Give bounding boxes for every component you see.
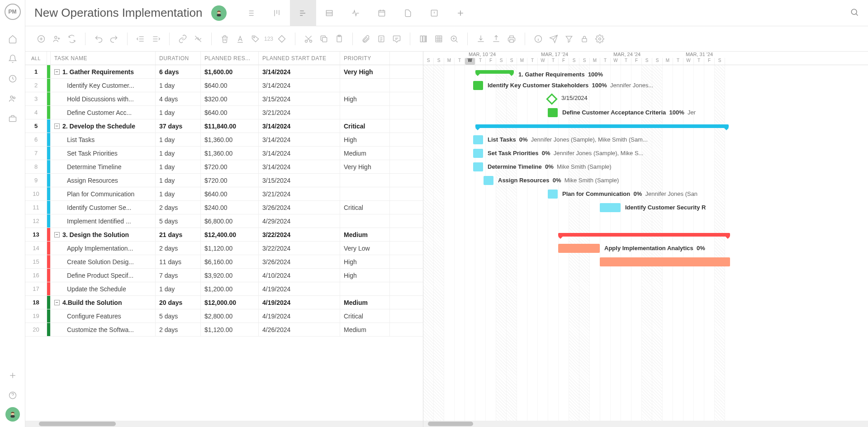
gantt-bar[interactable]: Identify Customer Security R bbox=[600, 203, 621, 212]
gantt-bar[interactable] bbox=[475, 124, 729, 128]
board-view-tab[interactable] bbox=[264, 0, 290, 26]
add-icon[interactable] bbox=[5, 367, 21, 384]
zoom-icon[interactable] bbox=[447, 32, 461, 46]
delete-icon[interactable] bbox=[218, 32, 232, 46]
undo-icon[interactable] bbox=[92, 32, 105, 46]
app-logo[interactable]: PM bbox=[5, 4, 21, 20]
col-header-name[interactable]: TASK NAME bbox=[51, 52, 156, 65]
task-row[interactable]: 3Hold Discussions with...4 days$320.003/… bbox=[25, 92, 423, 106]
task-row[interactable]: 5−2. Develop the Schedule37 days$11,840.… bbox=[25, 119, 423, 133]
add-task-icon[interactable] bbox=[34, 32, 48, 46]
refresh-icon[interactable] bbox=[65, 32, 79, 46]
milestone-marker[interactable] bbox=[546, 93, 557, 104]
task-row[interactable]: 16Define Product Specif...7 days$3,920.0… bbox=[25, 269, 423, 282]
text-format-icon[interactable] bbox=[233, 32, 247, 46]
team-icon[interactable] bbox=[5, 90, 21, 107]
grid-scrollbar[interactable] bbox=[25, 421, 423, 427]
export-icon[interactable] bbox=[489, 32, 503, 46]
settings-icon[interactable] bbox=[593, 32, 607, 46]
user-avatar-small[interactable] bbox=[5, 407, 20, 422]
task-row[interactable]: 15Create Solution Desig...11 days$6,160.… bbox=[25, 255, 423, 269]
col-header-duration[interactable]: DURATION bbox=[156, 52, 201, 65]
gantt-bar[interactable]: Determine Timeline 0% Mike Smith (Sample… bbox=[473, 162, 483, 171]
gantt-scrollbar[interactable] bbox=[423, 421, 868, 427]
gantt-bar[interactable]: Plan for Communication 0% Jennifer Jones… bbox=[548, 190, 558, 199]
task-row[interactable]: 4Define Customer Acc...1 day$640.003/21/… bbox=[25, 106, 423, 119]
search-icon[interactable] bbox=[850, 8, 859, 18]
briefcase-icon[interactable] bbox=[5, 110, 21, 127]
recent-icon[interactable] bbox=[5, 71, 21, 87]
info-icon[interactable] bbox=[531, 32, 545, 46]
link-icon[interactable] bbox=[176, 32, 190, 46]
files-view-tab[interactable] bbox=[395, 0, 421, 26]
calendar-view-tab[interactable] bbox=[369, 0, 395, 26]
task-row[interactable]: 11Identify Customer Se...2 days$240.003/… bbox=[25, 201, 423, 214]
svg-point-30 bbox=[599, 38, 601, 40]
task-row[interactable]: 2Identify Key Customer...1 day$640.003/1… bbox=[25, 79, 423, 92]
grid-icon[interactable] bbox=[432, 32, 446, 46]
home-icon[interactable] bbox=[5, 31, 21, 47]
gantt-bar[interactable]: Define Customer Acceptance Criteria 100%… bbox=[548, 108, 558, 117]
milestone-icon[interactable] bbox=[275, 32, 289, 46]
copy-icon[interactable] bbox=[317, 32, 331, 46]
print-icon[interactable] bbox=[505, 32, 518, 46]
assign-icon[interactable] bbox=[50, 32, 63, 46]
task-row[interactable]: 17Update the Schedule1 day$1,200.004/19/… bbox=[25, 282, 423, 296]
collapse-icon[interactable]: − bbox=[54, 300, 60, 305]
import-icon[interactable] bbox=[474, 32, 488, 46]
col-header-resource[interactable]: PLANNED RES... bbox=[201, 52, 259, 65]
task-row[interactable]: 19Configure Features5 days$2,800.004/19/… bbox=[25, 309, 423, 323]
gantt-bar[interactable]: Identify Key Customer Stakeholders 100% … bbox=[473, 81, 483, 90]
send-icon[interactable] bbox=[547, 32, 560, 46]
collapse-icon[interactable]: − bbox=[54, 232, 60, 237]
svg-point-1 bbox=[10, 96, 13, 98]
svg-rect-25 bbox=[436, 36, 441, 42]
collapse-icon[interactable]: − bbox=[54, 123, 60, 129]
notifications-icon[interactable] bbox=[5, 51, 21, 67]
col-header-start[interactable]: PLANNED START DATE bbox=[259, 52, 340, 65]
gantt-view-tab[interactable] bbox=[290, 0, 316, 26]
filter-icon[interactable] bbox=[562, 32, 576, 46]
col-header-all[interactable]: ALL bbox=[25, 52, 47, 65]
outdent-icon[interactable] bbox=[134, 32, 147, 46]
unlink-icon[interactable] bbox=[191, 32, 205, 46]
note-icon[interactable] bbox=[375, 32, 388, 46]
task-row[interactable]: 10Plan for Communication1 day$640.003/21… bbox=[25, 187, 423, 201]
columns-icon[interactable] bbox=[417, 32, 430, 46]
gantt-bar[interactable] bbox=[600, 257, 730, 266]
task-row[interactable]: 20Customize the Softwa...2 days$1,120.00… bbox=[25, 323, 423, 337]
gantt-bar[interactable]: List Tasks 0% Jennifer Jones (Sample), M… bbox=[473, 135, 483, 144]
collapse-icon[interactable]: − bbox=[54, 69, 60, 75]
attachment-icon[interactable] bbox=[359, 32, 373, 46]
cut-icon[interactable] bbox=[302, 32, 315, 46]
gantt-bar[interactable]: Set Task Priorities 0% Jennifer Jones (S… bbox=[473, 149, 483, 158]
paste-icon[interactable] bbox=[332, 32, 346, 46]
task-row[interactable]: 18−4.Build the Solution20 days$12,000.00… bbox=[25, 296, 423, 309]
task-row[interactable]: 6List Tasks1 day$1,360.003/14/2024High bbox=[25, 133, 423, 147]
list-view-tab[interactable] bbox=[237, 0, 264, 26]
day-label: F bbox=[486, 58, 496, 65]
task-row[interactable]: 9Assign Resources1 day$720.003/15/2024 bbox=[25, 174, 423, 187]
task-row[interactable]: 13−3. Design the Solution21 days$12,400.… bbox=[25, 228, 423, 242]
redo-icon[interactable] bbox=[107, 32, 121, 46]
task-row[interactable]: 7Set Task Priorities1 day$1,360.003/14/2… bbox=[25, 147, 423, 160]
gantt-bar[interactable]: 1. Gather Requirements 100% bbox=[475, 70, 514, 74]
user-avatar[interactable] bbox=[211, 5, 227, 21]
help-icon[interactable] bbox=[5, 387, 21, 403]
risks-view-tab[interactable] bbox=[421, 0, 447, 26]
task-row[interactable]: 14Apply Implementation...2 days$1,120.00… bbox=[25, 242, 423, 255]
tag-icon[interactable] bbox=[249, 32, 262, 46]
col-header-priority[interactable]: PRIORITY bbox=[340, 52, 390, 65]
task-row[interactable]: 8Determine Timeline1 day$720.003/14/2024… bbox=[25, 160, 423, 174]
task-row[interactable]: 1−1. Gather Requirements6 days$1,600.003… bbox=[25, 65, 423, 79]
comment-icon[interactable] bbox=[390, 32, 403, 46]
add-view-tab[interactable] bbox=[447, 0, 474, 26]
gantt-bar[interactable]: Assign Resources 0% Mike Smith (Sample) bbox=[484, 176, 493, 185]
indent-icon[interactable] bbox=[149, 32, 163, 46]
activity-view-tab[interactable] bbox=[342, 0, 369, 26]
gantt-bar[interactable]: Apply Implementation Analytics 0% bbox=[558, 244, 600, 253]
task-row[interactable]: 12Implement Identified ...5 days$6,800.0… bbox=[25, 214, 423, 228]
gantt-bar[interactable] bbox=[558, 233, 730, 237]
lock-icon[interactable] bbox=[578, 32, 591, 46]
table-view-tab[interactable] bbox=[316, 0, 342, 26]
